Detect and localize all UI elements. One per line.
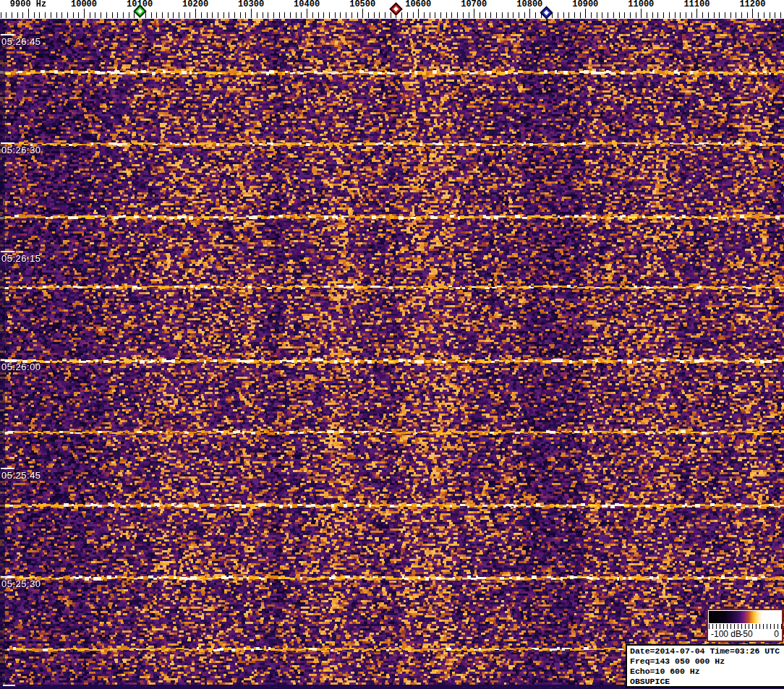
minor-freq-tick <box>435 12 435 18</box>
minor-freq-tick <box>34 12 35 18</box>
minor-freq-tick <box>296 12 297 18</box>
colorbar-tick <box>781 624 782 629</box>
info-station: OBSUPICE <box>630 677 784 687</box>
minor-freq-tick <box>613 12 614 18</box>
minor-freq-tick <box>301 12 302 18</box>
minor-freq-tick <box>268 12 268 18</box>
frequency-ruler[interactable]: 9900 Hz100001010010200103001040010500106… <box>0 0 784 19</box>
major-freq-tick <box>696 9 697 18</box>
minor-freq-tick <box>351 12 352 18</box>
colorbar-tick <box>716 624 717 629</box>
colorbar-tick <box>756 624 757 629</box>
freq-label: 10500 <box>349 0 375 9</box>
minor-freq-tick <box>218 12 218 18</box>
freq-label: 10600 <box>405 0 431 9</box>
major-freq-tick <box>418 9 419 18</box>
colorbar-tick <box>730 624 731 629</box>
minor-freq-tick <box>229 12 229 18</box>
minor-freq-tick <box>290 12 291 18</box>
minor-freq-tick <box>524 12 525 18</box>
minor-freq-tick <box>318 12 319 18</box>
freq-label: 10900 <box>572 0 598 9</box>
colorbar-tick <box>720 624 720 629</box>
colorbar-tick <box>712 624 713 629</box>
minor-freq-tick <box>725 12 725 18</box>
freq-label: 11200 <box>739 0 765 9</box>
minor-freq-tick <box>485 12 486 18</box>
minor-freq-tick <box>279 12 280 18</box>
minor-freq-tick <box>1 12 1 18</box>
freq-label: 10300 <box>238 0 264 9</box>
colorbar-tick <box>727 624 728 629</box>
minor-freq-tick <box>45 12 46 18</box>
minor-freq-tick <box>413 12 414 18</box>
spectrogram-canvas[interactable] <box>0 19 784 689</box>
minor-freq-tick <box>129 12 129 18</box>
minor-freq-tick <box>201 12 202 18</box>
minor-freq-tick <box>273 12 274 18</box>
minor-freq-tick <box>223 12 224 18</box>
freq-label: 10200 <box>182 0 208 9</box>
minor-freq-tick <box>719 12 720 18</box>
minor-freq-tick <box>490 12 491 18</box>
blue-marker-center-dot <box>544 9 549 14</box>
minor-freq-tick <box>17 12 18 18</box>
minor-freq-tick <box>385 12 385 18</box>
minor-freq-tick <box>189 12 190 18</box>
minor-freq-tick <box>78 12 79 18</box>
freq-label: 10000 <box>71 0 97 9</box>
minor-freq-tick <box>591 12 592 18</box>
colorbar-tick <box>709 624 710 629</box>
minor-freq-tick <box>463 12 464 18</box>
minor-freq-tick <box>568 12 569 18</box>
minor-freq-tick <box>184 12 185 18</box>
minor-freq-tick <box>457 12 458 18</box>
colorbar-ticks <box>709 624 781 629</box>
red-marker[interactable] <box>389 2 402 15</box>
colorbar-label-mid: -50 <box>740 629 752 639</box>
minor-freq-tick <box>263 12 263 18</box>
minor-freq-tick <box>101 12 101 18</box>
minor-freq-tick <box>480 12 480 18</box>
minor-freq-tick <box>636 12 636 18</box>
minor-freq-tick <box>162 12 163 18</box>
minor-freq-tick <box>240 12 241 18</box>
minor-freq-tick <box>657 12 658 18</box>
minor-freq-tick <box>608 12 608 18</box>
minor-freq-tick <box>775 12 775 18</box>
minor-freq-tick <box>212 12 213 18</box>
minor-freq-tick <box>368 12 369 18</box>
minor-freq-tick <box>580 12 581 18</box>
minor-freq-tick <box>156 12 157 18</box>
colorbar-tick <box>723 624 724 629</box>
red-marker-center-dot <box>393 6 399 11</box>
minor-freq-tick <box>173 12 174 18</box>
major-freq-tick <box>28 9 29 18</box>
minor-freq-tick <box>469 12 469 18</box>
colorbar-tick <box>759 624 760 629</box>
minor-freq-tick <box>508 12 508 18</box>
minor-freq-tick <box>780 12 781 18</box>
freq-label: 10400 <box>294 0 320 9</box>
minor-freq-tick <box>401 12 402 18</box>
freq-label: 11100 <box>683 0 710 9</box>
time-label: 05:26:15 <box>1 253 41 264</box>
minor-freq-tick <box>245 12 246 18</box>
colorbar-tick <box>752 624 753 629</box>
major-freq-tick <box>307 9 307 18</box>
minor-freq-tick <box>730 12 731 18</box>
minor-freq-tick <box>680 12 681 18</box>
colorbar-label-min: -100 dB <box>711 629 741 639</box>
green-marker-center-dot <box>137 8 142 13</box>
colorbar-label-max: 0 <box>774 629 779 639</box>
minor-freq-tick <box>619 12 620 18</box>
major-freq-tick <box>585 9 586 18</box>
minor-freq-tick <box>179 12 179 18</box>
time-label: 05:25:45 <box>1 470 41 481</box>
minor-freq-tick <box>312 12 313 18</box>
minor-freq-tick <box>112 12 113 18</box>
minor-freq-tick <box>424 12 425 18</box>
minor-freq-tick <box>51 12 51 18</box>
minor-freq-tick <box>714 12 715 18</box>
info-echo: Echo=10 600 Hz <box>630 667 784 677</box>
